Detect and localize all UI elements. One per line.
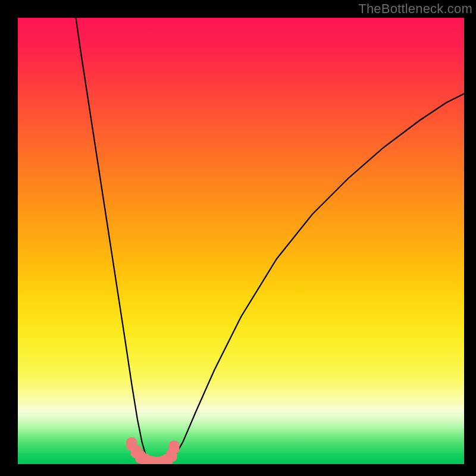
plot-area <box>18 18 464 464</box>
curve-layer <box>18 18 464 464</box>
chart-frame: TheBottleneck.com <box>0 0 476 476</box>
watermark-text: TheBottleneck.com <box>358 1 472 17</box>
curve-left-branch <box>76 18 152 464</box>
bottleneck-marker <box>169 441 180 454</box>
curve-right-branch <box>170 94 464 463</box>
